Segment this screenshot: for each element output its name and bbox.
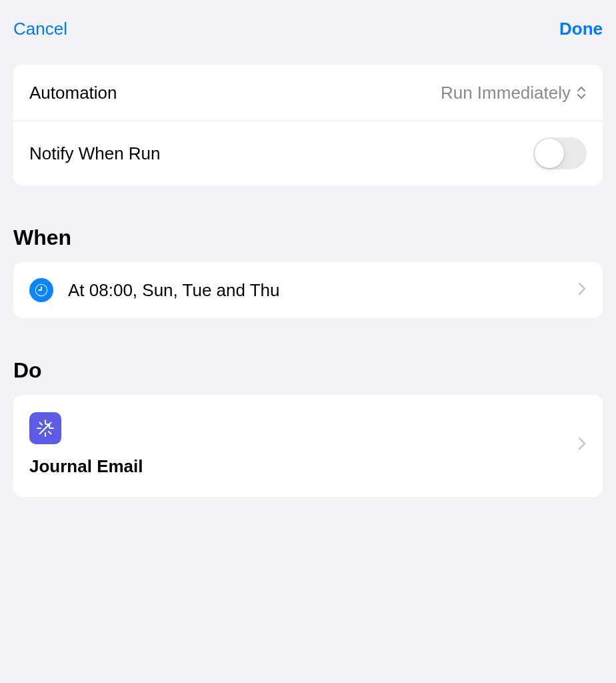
cancel-button[interactable]: Cancel — [13, 19, 67, 39]
shortcut-name: Journal Email — [29, 456, 577, 477]
notify-toggle[interactable] — [533, 137, 587, 169]
automation-value: Run Immediately — [441, 83, 571, 103]
done-button[interactable]: Done — [559, 19, 603, 39]
settings-card: Automation Run Immediately Notify When R… — [13, 65, 603, 185]
when-heading: When — [13, 225, 603, 250]
notify-row: Notify When Run — [13, 121, 603, 185]
chevron-right-icon — [577, 281, 587, 299]
when-card: At 08:00, Sun, Tue and Thu — [13, 262, 603, 318]
do-heading: Do — [13, 358, 603, 383]
header: Cancel Done — [0, 0, 616, 53]
up-down-chevron-icon — [576, 85, 587, 100]
svg-line-7 — [40, 423, 43, 426]
chevron-right-icon — [577, 436, 587, 454]
when-trigger-text: At 08:00, Sun, Tue and Thu — [68, 280, 577, 301]
automation-label: Automation — [29, 83, 441, 103]
notify-label: Notify When Run — [29, 143, 533, 164]
automation-row[interactable]: Automation Run Immediately — [13, 65, 603, 121]
clock-icon — [29, 278, 53, 302]
do-content: Journal Email — [29, 412, 577, 477]
toggle-knob — [535, 139, 564, 168]
when-trigger-row[interactable]: At 08:00, Sun, Tue and Thu — [13, 262, 603, 318]
do-card[interactable]: Journal Email — [13, 395, 603, 497]
shortcut-icon — [29, 412, 61, 444]
svg-line-8 — [49, 432, 51, 434]
